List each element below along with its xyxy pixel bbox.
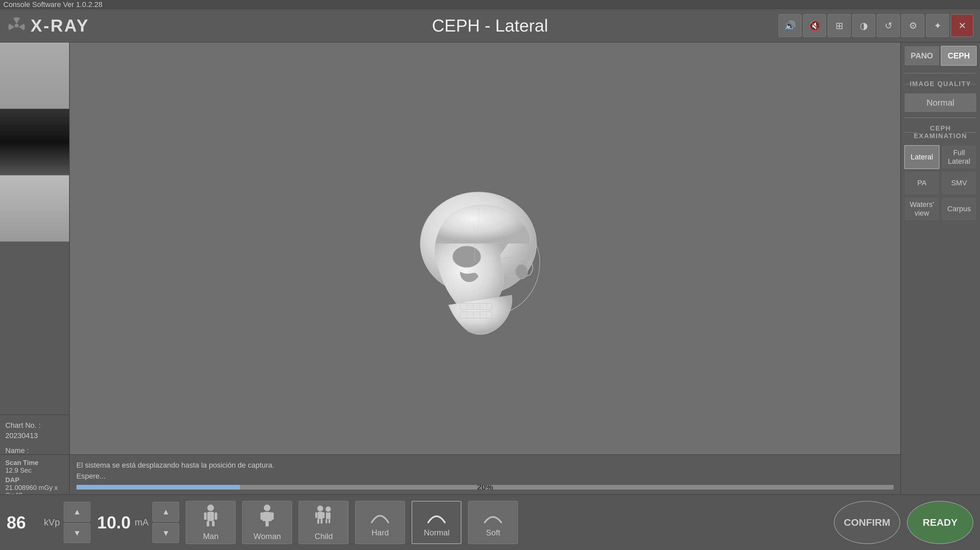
exam-btn-full-lateral[interactable]: Full Lateral [942,145,977,169]
svg-rect-27 [315,512,317,518]
header-buttons: 🔊 🔇 ⊞ ◑ ↺ ⚙ ✦ ✕ [779,14,974,37]
mode-tabs: PANO CEPH [904,46,977,66]
hard-arch-icon [368,507,392,526]
svg-point-29 [326,507,331,512]
arch-type-hard[interactable]: Hard [355,501,405,544]
svg-rect-22 [271,512,274,520]
main-viewport [70,43,900,494]
volume-button[interactable]: 🔊 [779,14,801,37]
svg-point-2 [453,246,481,267]
page-title: CEPH - Lateral [432,16,548,35]
woman-icon [259,504,275,530]
svg-rect-30 [326,512,331,519]
progress-bar: 20% [76,485,894,490]
hard-label: Hard [371,528,389,537]
ma-group: 10.0 mA ▲ ▼ [97,502,179,543]
svg-point-0 [14,24,19,27]
scan-time-value: 12.9 Sec [5,467,64,474]
kvp-value: 86 [6,512,40,533]
svg-point-23 [317,505,323,512]
thumbnail-2[interactable] [0,109,69,175]
svg-rect-17 [212,521,215,526]
settings-button[interactable]: ⚙ [902,14,924,37]
kvp-down-button[interactable]: ▼ [64,523,91,543]
mute-button[interactable]: 🔇 [803,14,826,37]
ready-button[interactable]: READY [907,501,974,544]
ma-unit: mA [135,517,148,528]
kvp-arrows: ▲ ▼ [64,502,91,543]
normal-arch-icon [425,507,448,526]
tools-button[interactable]: ✦ [926,14,949,37]
progress-label: 20% [477,485,493,490]
title-bar-text: Console Software Ver 1.0.2.28 [3,0,102,9]
kvp-group: 86 kVp ▲ ▼ [6,502,91,543]
image-quality-button[interactable]: Normal [904,93,977,112]
bottom-bar: 86 kVp ▲ ▼ 10.0 mA ▲ ▼ Man [0,494,980,550]
right-panel: PANO CEPH IMAGE QUALITY Normal CEPH EXAM… [900,43,980,494]
scan-info-panel: Scan Time 12.9 Sec DAP 21.008960 mGy x C… [0,455,70,494]
exam-btn-lateral[interactable]: Lateral [904,145,939,169]
svg-rect-25 [317,519,319,524]
image-quality-section-label: IMAGE QUALITY [904,80,977,88]
app-title-text: X-RAY [30,16,89,35]
kvp-unit: kVp [44,517,60,528]
grid-button[interactable]: ⊞ [828,14,850,37]
exam-btn-pa[interactable]: PA [904,171,939,195]
status-bar: El sistema se está desplazando hasta la … [70,455,900,494]
arch-type-soft[interactable]: Soft [468,501,518,544]
progress-bar-fill [76,485,240,490]
arch-type-normal[interactable]: Normal [412,501,461,544]
refresh-button[interactable]: ↺ [877,14,900,37]
exam-btn-carpus[interactable]: Carpus [942,197,977,221]
svg-point-13 [515,264,528,279]
svg-rect-24 [318,512,323,519]
thumbnail-1[interactable] [0,43,69,109]
ma-up-button[interactable]: ▲ [153,502,179,522]
kvp-up-button[interactable]: ▲ [64,502,91,522]
normal-label: Normal [424,528,449,537]
exam-btn-smv[interactable]: SMV [942,171,977,195]
contrast-button[interactable]: ◑ [853,14,875,37]
soft-arch-icon [481,507,504,526]
svg-rect-15 [207,512,214,521]
svg-rect-16 [207,521,209,526]
ma-arrows: ▲ ▼ [153,502,179,543]
ma-down-button[interactable]: ▼ [153,523,179,543]
svg-rect-18 [204,512,207,520]
svg-rect-28 [323,512,325,518]
svg-rect-32 [329,519,330,523]
svg-rect-21 [261,512,263,520]
exam-btn-waters-view[interactable]: Waters' view [904,197,939,221]
tab-pano[interactable]: PANO [904,46,939,66]
svg-rect-19 [215,512,217,520]
patient-type-man[interactable]: Man [186,501,235,544]
skull-svg [402,182,568,355]
tab-ceph[interactable]: CEPH [941,46,977,66]
confirm-button[interactable]: CONFIRM [834,501,900,544]
child-label: Child [315,532,333,541]
child-icon [313,504,334,530]
divider-1 [904,73,977,73]
divider-2 [904,118,977,118]
soft-label: Soft [486,528,500,537]
title-bar: Console Software Ver 1.0.2.28 [0,0,980,9]
patient-type-child[interactable]: Child [299,501,348,544]
status-message: El sistema se está desplazando hasta la … [76,459,894,482]
man-icon [202,504,219,530]
scan-time-label: Scan Time [5,459,64,467]
svg-point-14 [207,504,214,511]
svg-rect-31 [326,519,327,523]
close-button[interactable]: ✕ [951,14,974,37]
man-label: Man [203,532,219,541]
bottom-right-actions: CONFIRM READY [834,501,974,544]
svg-rect-26 [321,519,323,524]
ceph-exam-section-label: CEPH EXAMINATION [904,124,977,140]
svg-rect-8 [460,312,492,318]
thumbnail-3[interactable] [0,175,69,242]
radiation-icon [6,16,27,35]
chart-no-label: Chart No. : 20230413 [5,420,64,441]
patient-type-woman[interactable]: Woman [242,501,292,544]
app-logo: X-RAY [6,16,89,35]
dap-label: DAP [5,476,64,484]
svg-rect-3 [460,303,492,310]
